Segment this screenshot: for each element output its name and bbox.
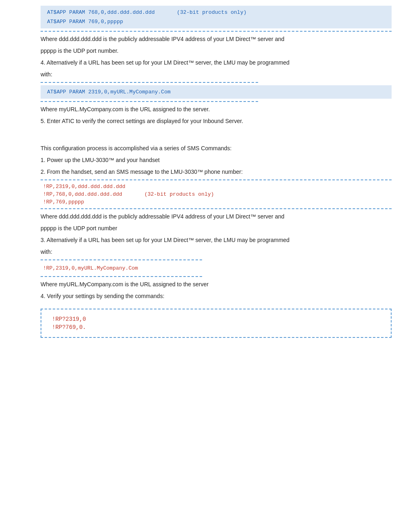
desc-udp-port: ppppp is the UDP port number.	[41, 47, 392, 55]
section2-step2: 2. From the handset, send an SMS message…	[41, 168, 392, 176]
red-code-line2: !RP,768,0,ddd.ddd.ddd.ddd (32-bit produc…	[41, 190, 392, 198]
step4-text: 4. Alternatively if a URL has been set u…	[41, 58, 392, 67]
section2-step1: 1. Power up the LMU-3030™ and your hands…	[41, 156, 392, 164]
url2-code-block: !RP,2319,0,myURL.MyCompany.Com	[41, 263, 392, 274]
gap-1	[41, 129, 392, 141]
url-code-block: AT$APP PARAM 2319,0,myURL.MyCompany.Com	[41, 85, 392, 99]
url-code-line: AT$APP PARAM 2319,0,myURL.MyCompany.Com	[45, 88, 388, 96]
page-content: AT$APP PARAM 768,0,ddd.ddd.ddd.ddd (32-b…	[0, 0, 420, 350]
red-code-line2-text: !RP,768,0,ddd.ddd.ddd.ddd	[43, 191, 122, 197]
top-code-line2: AT$APP PARAM 769,0,ppppp	[45, 17, 388, 26]
section2-step3: 3. Alternatively if a URL has been set u…	[41, 236, 392, 244]
bottom-code-box: !RP?2319,0 !RP?769,0.	[41, 309, 392, 338]
bottom-code-line2: !RP?769,0.	[50, 323, 383, 331]
url-desc: Where myURL.MyCompany.com is the URL ass…	[41, 105, 392, 114]
section2-desc-port: ppppp is the UDP port number	[41, 224, 392, 233]
red-code-block: !RP,2319,0,ddd.ddd.ddd.ddd !RP,768,0,ddd…	[41, 179, 392, 209]
step4b-text: with:	[41, 70, 392, 79]
top-code-line1-text: AT$APP PARAM 768,0,ddd.ddd.ddd.ddd	[47, 9, 155, 15]
top-code-block: AT$APP PARAM 768,0,ddd.ddd.ddd.ddd (32-b…	[41, 6, 392, 28]
red-code-line1: !RP,2319,0,ddd.ddd.ddd.ddd	[41, 183, 392, 190]
section2-step3-main: 3. Alternatively if a URL has been set u…	[41, 237, 289, 243]
step5-text: 5. Enter ATIC to verify the correct sett…	[41, 117, 392, 125]
red-code-line3: !RP,769,ppppp	[41, 198, 392, 206]
section2-step3b: with:	[41, 248, 392, 256]
section2-intro: This configuration process is accomplish…	[41, 144, 392, 153]
top-code-line1: AT$APP PARAM 768,0,ddd.ddd.ddd.ddd (32-b…	[45, 8, 388, 17]
section2-desc-addr: Where ddd.ddd.ddd.ddd is the publicly ad…	[41, 212, 392, 221]
divider-5	[41, 276, 202, 277]
red-code-line2-note: (32-bit products only)	[144, 191, 214, 197]
divider-3	[41, 101, 258, 102]
section2-step4: 4. Verify your settings by sending the c…	[41, 292, 392, 300]
divider-4	[41, 259, 202, 260]
url2-code-line: !RP,2319,0,myURL.MyCompany.Com	[41, 264, 392, 272]
step4-main: 4. Alternatively if a URL has been set u…	[41, 59, 289, 66]
url2-desc: Where myURL.MyCompany.com is the URL ass…	[41, 280, 392, 289]
desc-ipv4-addr: Where ddd.ddd.ddd.ddd is the publicly ad…	[41, 35, 392, 43]
bottom-code-line1: !RP?2319,0	[50, 315, 383, 323]
top-code-line1-note: (32-bit products only)	[177, 9, 247, 15]
divider-2	[41, 82, 258, 83]
divider-1	[41, 31, 392, 32]
